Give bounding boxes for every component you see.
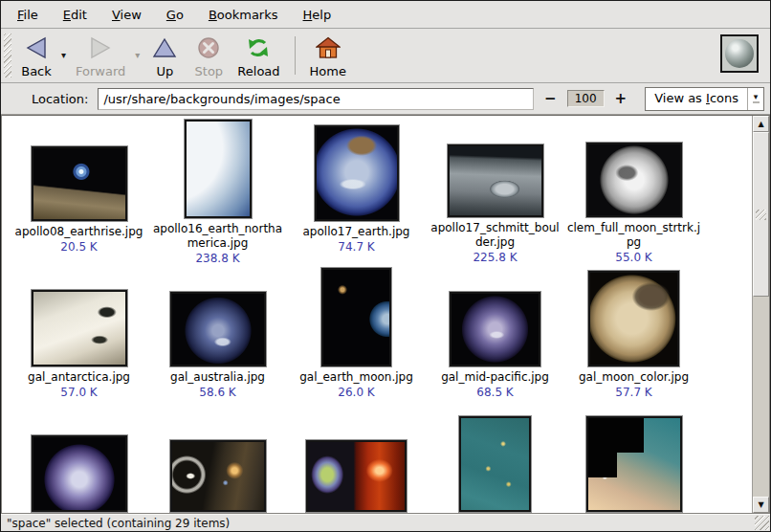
file-size: 57.0 K xyxy=(60,386,97,400)
stop-icon xyxy=(197,35,220,60)
menu-bookmarks[interactable]: Bookmarks xyxy=(196,4,291,26)
file-item[interactable] xyxy=(287,410,426,513)
file-view[interactable]: apollo08_earthrise.jpg 20.5 K apollo16_e… xyxy=(1,115,770,514)
vertical-scrollbar[interactable]: ▲ ▼ xyxy=(752,116,769,513)
file-item-apollo16-earth-northamerica[interactable]: apollo16_earth_northamerica.jpg 238.8 K xyxy=(148,120,287,265)
zoom-out-button[interactable]: − xyxy=(540,88,562,109)
file-manager-window: File Edit View Go Bookmarks Help Back ▾ … xyxy=(0,0,771,532)
file-name: gal_australia.jpg xyxy=(170,370,265,385)
file-thumbnail[interactable] xyxy=(32,290,127,366)
reload-icon xyxy=(246,35,271,60)
forward-button[interactable]: Forward xyxy=(69,31,132,80)
file-thumbnail[interactable] xyxy=(170,440,266,512)
menu-file[interactable]: File xyxy=(5,4,51,26)
file-row xyxy=(2,410,752,513)
file-thumbnail[interactable] xyxy=(315,125,399,221)
file-item[interactable] xyxy=(564,410,703,513)
status-bar: "space" selected (containing 29 items) xyxy=(1,514,770,531)
file-item[interactable] xyxy=(148,410,287,513)
file-item[interactable] xyxy=(10,410,148,513)
file-item-gal-australia[interactable]: gal_australia.jpg 58.6 K xyxy=(148,265,287,410)
home-label: Home xyxy=(310,64,346,78)
file-size: 55.0 K xyxy=(615,251,651,265)
file-thumbnail[interactable] xyxy=(321,268,391,366)
file-size: 68.5 K xyxy=(476,386,513,400)
file-size: 20.5 K xyxy=(60,240,97,255)
file-thumbnail[interactable] xyxy=(586,416,682,512)
file-item-gal-mid-pacific[interactable]: gal_mid-pacific.jpg 68.5 K xyxy=(426,265,564,410)
view-as-dropdown[interactable]: View as Icons ▾ xyxy=(645,87,764,111)
zoom-level-indicator[interactable]: 100 xyxy=(567,90,605,107)
up-button[interactable]: Up xyxy=(143,31,187,80)
forward-label: Forward xyxy=(76,64,125,78)
scroll-up-arrow-icon[interactable]: ▲ xyxy=(753,116,769,132)
location-bar: Location: − 100 + View as Icons ▾ xyxy=(1,83,770,115)
menu-go[interactable]: Go xyxy=(154,4,196,26)
file-name: gal_antarctica.jpg xyxy=(28,370,130,385)
toolbar: Back ▾ Forward ▾ Up Stop xyxy=(1,29,770,83)
file-size: 238.8 K xyxy=(195,252,239,266)
file-size: 26.0 K xyxy=(338,386,374,400)
file-thumbnail[interactable] xyxy=(459,416,531,512)
stop-label: Stop xyxy=(195,64,224,78)
file-thumbnail[interactable] xyxy=(306,440,407,512)
file-name: apollo17_earth.jpg xyxy=(303,225,410,239)
chevron-down-icon[interactable]: ▾ xyxy=(747,88,763,110)
file-item-apollo17-schmitt-boulder[interactable]: apollo17_schmitt_boulder.jpg 225.8 K xyxy=(426,120,564,265)
scroll-down-arrow-icon[interactable]: ▼ xyxy=(753,497,769,513)
up-icon xyxy=(152,35,177,60)
forward-icon xyxy=(88,35,113,60)
file-thumbnail[interactable] xyxy=(32,146,127,221)
forward-history-dropdown[interactable]: ▾ xyxy=(132,50,143,60)
file-thumbnail[interactable] xyxy=(586,143,682,217)
reload-label: Reload xyxy=(237,64,279,78)
file-thumbnail[interactable] xyxy=(185,120,252,218)
scrollbar-grip-icon xyxy=(756,210,766,220)
back-history-dropdown[interactable]: ▾ xyxy=(58,50,69,60)
location-input[interactable] xyxy=(98,88,534,110)
file-thumbnail[interactable] xyxy=(32,435,127,512)
file-item-clem-full-moon[interactable]: clem_full_moon_strtrk.jpg 55.0 K xyxy=(564,120,703,265)
file-thumbnail[interactable] xyxy=(448,144,543,217)
file-name: apollo08_earthrise.jpg xyxy=(15,225,143,239)
file-item-gal-antarctica[interactable]: gal_antarctica.jpg 57.0 K xyxy=(10,265,148,410)
file-size: 74.7 K xyxy=(338,240,374,255)
home-button[interactable]: Home xyxy=(303,31,353,80)
home-icon xyxy=(316,35,341,60)
up-label: Up xyxy=(156,64,173,78)
reload-button[interactable]: Reload xyxy=(231,31,286,80)
window-resize-grip[interactable] xyxy=(755,516,769,530)
back-icon xyxy=(24,35,49,60)
zoom-in-button[interactable]: + xyxy=(610,88,632,109)
file-name: clem_full_moon_strtrk.jpg xyxy=(566,221,701,250)
throbber xyxy=(720,34,759,73)
file-item-apollo17-earth[interactable]: apollo17_earth.jpg 74.7 K xyxy=(287,120,426,265)
file-item-gal-earth-moon[interactable]: gal_earth_moon.jpg 26.0 K xyxy=(287,265,426,410)
file-name: apollo16_earth_northamerica.jpg xyxy=(150,222,285,251)
file-item[interactable] xyxy=(426,410,564,513)
file-row: apollo08_earthrise.jpg 20.5 K apollo16_e… xyxy=(2,120,752,265)
menu-edit[interactable]: Edit xyxy=(51,4,99,26)
menu-help[interactable]: Help xyxy=(291,4,344,26)
file-item-gal-moon-color[interactable]: gal_moon_color.jpg 57.7 K xyxy=(564,265,703,410)
toolbar-separator xyxy=(295,36,296,75)
file-size: 57.7 K xyxy=(615,386,651,400)
file-row: gal_antarctica.jpg 57.0 K gal_australia.… xyxy=(2,265,752,410)
menu-bar: File Edit View Go Bookmarks Help xyxy=(1,1,770,29)
file-thumbnail[interactable] xyxy=(450,292,540,366)
scrollbar-thumb[interactable] xyxy=(753,132,769,297)
status-text: "space" selected (containing 29 items) xyxy=(7,517,230,530)
view-as-label: View as Icons xyxy=(646,88,747,110)
toolbar-drag-handle[interactable] xyxy=(4,33,11,78)
back-label: Back xyxy=(21,64,52,78)
throbber-globe-icon xyxy=(725,39,754,68)
file-size: 58.6 K xyxy=(199,386,235,400)
file-item-apollo08-earthrise[interactable]: apollo08_earthrise.jpg 20.5 K xyxy=(10,120,148,265)
stop-button[interactable]: Stop xyxy=(187,31,231,80)
file-thumbnail[interactable] xyxy=(588,271,679,366)
file-name: gal_moon_color.jpg xyxy=(579,370,689,385)
back-button[interactable]: Back xyxy=(14,31,58,80)
file-thumbnail[interactable] xyxy=(170,292,266,366)
file-grid: apollo08_earthrise.jpg 20.5 K apollo16_e… xyxy=(2,116,752,513)
menu-view[interactable]: View xyxy=(99,4,154,26)
